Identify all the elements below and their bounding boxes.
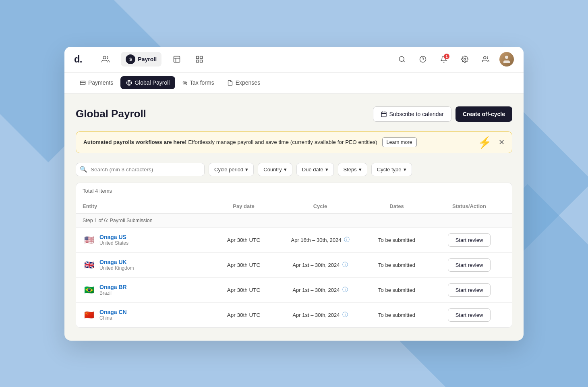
cycle-cell: Apr 1st – 30th, 2024 ⓘ xyxy=(280,261,360,268)
cycle-dates: Apr 1st – 30th, 2024 xyxy=(292,312,340,318)
cycle-cell: Apr 1st – 30th, 2024 ⓘ xyxy=(280,286,360,293)
steps-filter[interactable]: Steps ▾ xyxy=(338,163,367,176)
search-box: 🔍 xyxy=(76,163,205,176)
due-date-filter[interactable]: Due date ▾ xyxy=(296,163,334,176)
action-cell: Start review xyxy=(433,283,505,297)
entity-cell: 🇧🇷 Onaga BR Brazil xyxy=(83,283,207,296)
cycle-dates: Apr 1st – 30th, 2024 xyxy=(292,287,340,293)
svg-rect-12 xyxy=(80,81,85,85)
entity-cell: 🇺🇸 Onaga US United States xyxy=(83,233,207,246)
country-flag: 🇧🇷 xyxy=(83,283,95,296)
entity-cell: 🇨🇳 Onaga CN China xyxy=(83,308,207,321)
table-body: 🇺🇸 Onaga US United States Apr 30th UTC A… xyxy=(76,228,512,327)
search-box-icon: 🔍 xyxy=(80,166,87,173)
notification-nav-icon[interactable]: 1 xyxy=(437,52,451,67)
header-cycle: Cycle xyxy=(280,203,360,209)
table-header: Entity Pay date Cycle Dates Status/Actio… xyxy=(76,199,512,214)
action-cell: Start review xyxy=(433,308,505,322)
announcement-banner: Automated payrolls workflows are here! E… xyxy=(76,131,512,153)
pay-date-cell: Apr 30th UTC xyxy=(207,262,280,268)
svg-rect-3 xyxy=(200,56,203,59)
table-row: 🇧🇷 Onaga BR Brazil Apr 30th UTC Apr 1st … xyxy=(76,278,512,303)
notification-badge: 1 xyxy=(444,54,449,59)
chevron-down-icon: ▾ xyxy=(245,166,248,173)
payroll-nav-tab[interactable]: $ Payroll xyxy=(121,52,161,67)
svg-point-0 xyxy=(103,56,106,59)
cycle-cell: Apr 1st – 30th, 2024 ⓘ xyxy=(280,311,360,318)
top-nav: d. $ Payroll xyxy=(64,47,524,73)
tab-expenses[interactable]: Expenses xyxy=(222,76,266,89)
total-items-label: Total 4 items xyxy=(76,183,512,199)
chevron-down-icon: ▾ xyxy=(359,166,362,173)
cycle-info-icon[interactable]: ⓘ xyxy=(344,236,350,243)
subscribe-calendar-button[interactable]: Subscribe to calendar xyxy=(373,106,451,122)
tab-tax-forms[interactable]: % Tax forms xyxy=(177,76,219,89)
table-row: 🇬🇧 Onaga UK United Kingdom Apr 30th UTC … xyxy=(76,253,512,278)
cycle-info-icon[interactable]: ⓘ xyxy=(342,261,348,268)
status-cell: To be submitted xyxy=(360,287,433,293)
header-actions: Subscribe to calendar Create off-cycle xyxy=(373,106,512,122)
action-cell: Start review xyxy=(433,258,505,272)
start-review-button[interactable]: Start review xyxy=(448,233,491,247)
filters-row: 🔍 Cycle period ▾ Country ▾ Due date ▾ St… xyxy=(76,163,512,176)
svg-point-6 xyxy=(399,56,404,61)
entity-name[interactable]: Onaga BR xyxy=(99,284,127,290)
tab-global-payroll[interactable]: Global Payroll xyxy=(120,76,175,89)
create-off-cycle-button[interactable]: Create off-cycle xyxy=(455,106,512,122)
people-nav-icon[interactable] xyxy=(98,52,113,67)
svg-rect-4 xyxy=(197,60,199,62)
main-content: Global Payroll Subscribe to calendar Cre… xyxy=(64,94,524,341)
entity-country: United States xyxy=(99,240,128,246)
start-review-button[interactable]: Start review xyxy=(448,283,491,297)
entity-name[interactable]: Onaga US xyxy=(99,234,128,240)
cycle-info-icon[interactable]: ⓘ xyxy=(342,311,348,318)
settings-nav-icon[interactable] xyxy=(458,52,472,67)
header-dates: Dates xyxy=(360,203,433,209)
country-flag: 🇺🇸 xyxy=(83,233,95,246)
header-pay-date: Pay date xyxy=(207,203,280,209)
entity-country: China xyxy=(99,315,127,321)
banner-text: Automated payrolls workflows are here! E… xyxy=(83,137,492,147)
country-flag: 🇬🇧 xyxy=(83,258,95,271)
pay-date-cell: Apr 30th UTC xyxy=(207,287,280,293)
search-input[interactable] xyxy=(76,163,205,176)
svg-rect-5 xyxy=(200,60,203,62)
cycle-dates: Apr 1st – 30th, 2024 xyxy=(292,262,340,268)
chart-nav-icon[interactable] xyxy=(170,52,184,67)
page-title: Global Payroll xyxy=(76,108,146,120)
svg-rect-2 xyxy=(197,56,199,59)
payroll-table: Total 4 items Entity Pay date Cycle Date… xyxy=(76,183,512,328)
start-review-button[interactable]: Start review xyxy=(448,308,491,322)
svg-rect-1 xyxy=(174,56,180,62)
tab-payments[interactable]: Payments xyxy=(74,76,119,89)
start-review-button[interactable]: Start review xyxy=(448,258,491,272)
action-cell: Start review xyxy=(433,233,505,247)
cycle-info-icon[interactable]: ⓘ xyxy=(342,286,348,293)
table-row: 🇨🇳 Onaga CN China Apr 30th UTC Apr 1st –… xyxy=(76,303,512,327)
chevron-down-icon: ▾ xyxy=(325,166,328,173)
learn-more-button[interactable]: Learn more xyxy=(382,137,417,147)
svg-point-11 xyxy=(505,56,508,59)
status-cell: To be submitted xyxy=(360,312,433,318)
help-nav-icon[interactable] xyxy=(416,52,430,67)
cycle-cell: Apr 16th – 30th, 2024 ⓘ xyxy=(280,236,360,243)
grid-nav-icon[interactable] xyxy=(192,52,207,67)
cycle-period-filter[interactable]: Cycle period ▾ xyxy=(209,163,254,176)
svg-point-10 xyxy=(484,56,486,59)
chevron-down-icon: ▾ xyxy=(284,166,287,173)
entity-country: Brazil xyxy=(99,290,127,296)
section-header: Step 1 of 6: Payroll Submission xyxy=(76,214,512,228)
table-row: 🇺🇸 Onaga US United States Apr 30th UTC A… xyxy=(76,228,512,253)
user-avatar[interactable] xyxy=(499,52,514,67)
entity-name[interactable]: Onaga CN xyxy=(99,309,127,315)
entity-cell: 🇬🇧 Onaga UK United Kingdom xyxy=(83,258,207,271)
cycle-type-filter[interactable]: Cycle type ▾ xyxy=(371,163,412,176)
search-nav-icon[interactable] xyxy=(395,52,409,67)
banner-close-button[interactable]: ✕ xyxy=(499,139,505,146)
app-logo: d. xyxy=(74,54,82,65)
page-header: Global Payroll Subscribe to calendar Cre… xyxy=(76,106,512,122)
country-filter[interactable]: Country ▾ xyxy=(258,163,292,176)
status-cell: To be submitted xyxy=(360,237,433,243)
entity-name[interactable]: Onaga UK xyxy=(99,259,134,265)
team-nav-icon[interactable] xyxy=(478,52,493,67)
